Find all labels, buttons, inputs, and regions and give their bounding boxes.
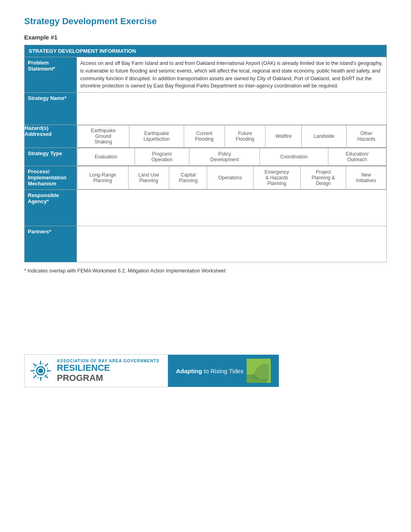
hazard-option-earthquake-liquefaction[interactable]: EarthquakeLiquefaction bbox=[129, 125, 184, 148]
strategy-type-row: Strategy Type Evaluation Program/Operati… bbox=[25, 148, 387, 166]
table-header-row: STRATEGY DEVELOPMENT INFORMATION bbox=[25, 45, 387, 57]
strategy-name-content[interactable] bbox=[77, 93, 387, 125]
strategy-name-label: Strategy Name* bbox=[25, 93, 77, 125]
partners-row: Partners* bbox=[25, 226, 387, 262]
to-rising-tides-label: to Rising Tides bbox=[202, 368, 244, 374]
strategy-type-label: Strategy Type bbox=[25, 148, 77, 166]
process-option-long-range-planning[interactable]: Long-RangePlanning bbox=[77, 166, 129, 189]
resilience-label: RESILIENCE bbox=[57, 363, 160, 373]
map-thumbnail bbox=[247, 359, 271, 383]
logo-text-block: ASSOCIATION OF BAY AREA GOVERNMENTS RESI… bbox=[57, 359, 160, 382]
svg-line-7 bbox=[45, 375, 48, 378]
page-title: Strategy Development Exercise bbox=[24, 16, 387, 27]
process-option-new-initiatives[interactable]: NewInitiatives bbox=[346, 166, 386, 189]
strategy-table: STRATEGY DEVELOPMENT INFORMATION Problem… bbox=[24, 45, 387, 262]
adapting-to-rising-tides: Adapting to Rising Tides bbox=[168, 355, 279, 387]
hazard-option-landslide[interactable]: Landslide bbox=[302, 125, 347, 148]
problem-statement-content: Access on and off Bay Farm Island and to… bbox=[77, 57, 387, 93]
svg-line-9 bbox=[33, 375, 36, 378]
partners-content[interactable] bbox=[77, 226, 387, 262]
process-option-operations[interactable]: Operations bbox=[207, 166, 253, 189]
process-option-emergency-hazards-planning[interactable]: Emergency& HazardsPlanning bbox=[253, 166, 301, 189]
abag-logo-icon bbox=[29, 359, 53, 383]
process-row: Process/ Implementation Mechanism Long-R… bbox=[25, 166, 387, 190]
hazards-label: Hazard(s) Addressed bbox=[25, 125, 77, 148]
hazard-option-future-flooding[interactable]: FutureFlooding bbox=[225, 125, 266, 148]
partners-label: Partners* bbox=[25, 226, 77, 262]
hazard-option-other-hazards[interactable]: OtherHazards bbox=[347, 125, 386, 148]
strategy-inner-table: Evaluation Program/Operation PolicyDevel… bbox=[77, 148, 386, 166]
process-option-project-planning-design[interactable]: ProjectPlanning &Design bbox=[301, 166, 346, 189]
svg-point-10 bbox=[38, 368, 43, 373]
hazard-option-wildfire[interactable]: Wildfire bbox=[266, 125, 302, 148]
hazard-option-earthquake-ground[interactable]: EarthquakeGroundShaking bbox=[77, 125, 129, 148]
process-label: Process/ Implementation Mechanism bbox=[25, 166, 77, 190]
strategy-option-evaluation[interactable]: Evaluation bbox=[77, 148, 135, 166]
strategy-option-education-outreach[interactable]: Education/Outreach bbox=[328, 148, 386, 166]
svg-line-8 bbox=[45, 364, 48, 366]
footnote: * Indicates overlap with FEMA Worksheet … bbox=[24, 268, 387, 274]
hazards-inner-table: EarthquakeGroundShaking EarthquakeLiquef… bbox=[77, 125, 386, 148]
strategy-option-coordination[interactable]: Coordination bbox=[260, 148, 328, 166]
hazards-row: Hazard(s) Addressed EarthquakeGroundShak… bbox=[25, 125, 387, 148]
adapting-label: Adapting bbox=[176, 368, 202, 374]
responsible-agency-row: Responsible Agency* bbox=[25, 190, 387, 226]
process-inner-table: Long-RangePlanning Land UsePlanning Capi… bbox=[77, 166, 386, 189]
strategy-name-row: Strategy Name* bbox=[25, 93, 387, 125]
logo-container: ASSOCIATION OF BAY AREA GOVERNMENTS RESI… bbox=[24, 354, 168, 387]
strategy-option-program-operation[interactable]: Program/Operation bbox=[135, 148, 189, 166]
responsible-agency-content[interactable] bbox=[77, 190, 387, 226]
process-option-land-use-planning[interactable]: Land UsePlanning bbox=[128, 166, 169, 189]
problem-statement-label: Problem Statement* bbox=[25, 57, 77, 93]
responsible-agency-label: Responsible Agency* bbox=[25, 190, 77, 226]
hazard-option-current-flooding[interactable]: CurrentFlooding bbox=[184, 125, 224, 148]
problem-statement-row: Problem Statement* Access on and off Bay… bbox=[25, 57, 387, 93]
footer: ASSOCIATION OF BAY AREA GOVERNMENTS RESI… bbox=[24, 354, 387, 387]
table-header-cell: STRATEGY DEVELOPMENT INFORMATION bbox=[25, 45, 387, 57]
example-label: Example #1 bbox=[24, 34, 387, 41]
process-option-capital-planning[interactable]: CapitalPlanning bbox=[169, 166, 207, 189]
strategy-option-policy-development[interactable]: PolicyDevelopment bbox=[189, 148, 260, 166]
program-label: PROGRAM bbox=[57, 373, 160, 383]
svg-line-6 bbox=[33, 364, 36, 366]
